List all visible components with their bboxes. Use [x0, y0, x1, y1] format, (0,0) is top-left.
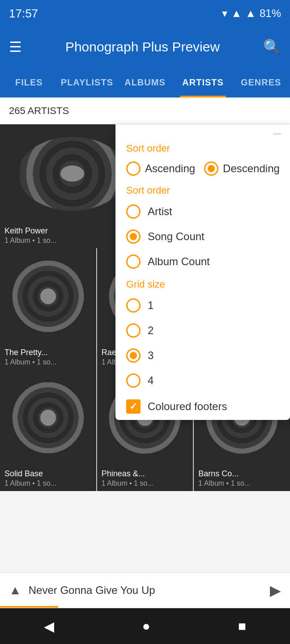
- grid-2-row[interactable]: 2: [115, 318, 290, 343]
- vinyl-center: [40, 288, 56, 304]
- song-count-radio[interactable]: [126, 229, 141, 244]
- tab-artists[interactable]: ARTISTS: [174, 67, 232, 97]
- sort-order-field-label: Sort order: [115, 180, 290, 199]
- grid-1-radio[interactable]: [126, 298, 141, 313]
- signal-icon: ▲: [231, 7, 242, 20]
- artist-footer: Solid Base 1 Album • 1 so...: [0, 466, 96, 491]
- album-count-radio[interactable]: [126, 254, 141, 269]
- sort-order-direction-label: Sort order: [115, 138, 290, 157]
- artist-meta: 1 Album • 1 so...: [198, 479, 286, 487]
- artist-name: Phineas &...: [102, 469, 189, 479]
- artists-count-bar: 265 ARTISTS: [0, 97, 290, 124]
- sort-direction-row: Ascending Descending: [115, 157, 290, 180]
- dropdown-close: —: [115, 124, 290, 138]
- artist-footer: Phineas &... 1 Album • 1 so...: [97, 466, 193, 491]
- tab-albums[interactable]: ALBUMS: [116, 67, 174, 97]
- app-bar: ☰ Phonograph Plus Preview 🔍: [0, 27, 290, 67]
- artist-meta: 1 Album • 1 so...: [4, 358, 92, 366]
- ascending-option[interactable]: Ascending: [126, 161, 195, 176]
- tab-playlists[interactable]: PLAYLISTS: [58, 67, 116, 97]
- artist-meta: 1 Album • 1 so...: [102, 479, 189, 487]
- grid-2-radio[interactable]: [126, 323, 141, 338]
- album-count-label: Album Count: [148, 255, 210, 268]
- tab-genres[interactable]: GENRES: [232, 67, 290, 97]
- ascending-label: Ascending: [145, 162, 195, 175]
- progress-bar: [0, 606, 58, 608]
- artist-name: The Pretty...: [4, 348, 92, 357]
- sort-dropdown: — Sort order Ascending Descending Sort o…: [115, 124, 290, 420]
- play-button[interactable]: ▶: [270, 582, 281, 599]
- now-playing-bar[interactable]: ▲ Never Gonna Give You Up ▶: [0, 572, 290, 608]
- artist-footer: Barns Co... 1 Album • 1 so...: [194, 466, 290, 491]
- battery-icon: ▲: [245, 7, 256, 20]
- grid-4-row[interactable]: 4: [115, 368, 290, 393]
- search-icon[interactable]: 🔍: [263, 38, 281, 55]
- grid-4-label: 4: [148, 374, 154, 387]
- artist-label: Artist: [148, 205, 172, 218]
- tab-files[interactable]: FILES: [0, 67, 58, 97]
- artist-radio[interactable]: [126, 204, 141, 219]
- artist-footer: The Pretty... 1 Album • 1 so...: [0, 344, 96, 370]
- recent-button[interactable]: ■: [238, 619, 246, 634]
- artist-meta: 1 Album • 1 so...: [4, 479, 92, 487]
- grid-1-row[interactable]: 1: [115, 293, 290, 318]
- grid-area: Keith Power 1 Album • 1 so... Sh... 1 A.…: [0, 124, 290, 491]
- sort-song-count-row[interactable]: Song Count: [115, 224, 290, 249]
- coloured-footers-row[interactable]: ✓ Coloured footers: [115, 393, 290, 420]
- descending-label: Descending: [223, 162, 280, 175]
- artist-image: [0, 370, 96, 466]
- sort-album-count-row[interactable]: Album Count: [115, 249, 290, 274]
- artist-image: [0, 248, 96, 344]
- status-icons: ▾ ▲ ▲ 81%: [222, 7, 281, 20]
- grid-3-label: 3: [148, 349, 154, 362]
- coloured-footers-label: Coloured footers: [148, 400, 227, 413]
- app-title: Phonograph Plus Preview: [31, 39, 254, 55]
- back-button[interactable]: ◀: [44, 619, 54, 634]
- vinyl-icon: [12, 382, 84, 454]
- descending-radio[interactable]: [204, 161, 218, 176]
- artist-name: Solid Base: [4, 469, 92, 479]
- battery-percent: 81%: [260, 7, 281, 20]
- wifi-icon: ▾: [222, 7, 227, 20]
- grid-4-radio[interactable]: [126, 373, 141, 388]
- grid-3-row[interactable]: 3: [115, 343, 290, 368]
- grid-2-label: 2: [148, 324, 154, 337]
- vinyl-icon: [12, 260, 84, 332]
- status-bar: 17:57 ▾ ▲ ▲ 81%: [0, 0, 290, 27]
- status-time: 17:57: [9, 7, 38, 21]
- checkmark-icon: ✓: [129, 401, 137, 412]
- vinyl-icon: [18, 137, 126, 211]
- menu-icon[interactable]: ☰: [9, 38, 22, 55]
- list-item[interactable]: Solid Base 1 Album • 1 so...: [0, 370, 96, 491]
- descending-option[interactable]: Descending: [204, 161, 280, 176]
- grid-1-label: 1: [148, 299, 154, 312]
- home-button[interactable]: ●: [142, 619, 150, 634]
- grid-size-label: Grid size: [115, 274, 290, 293]
- now-playing-title: Never Gonna Give You Up: [29, 584, 270, 597]
- sort-artist-row[interactable]: Artist: [115, 199, 290, 224]
- vinyl-center: [40, 410, 56, 425]
- tab-bar: FILES PLAYLISTS ALBUMS ARTISTS GENRES: [0, 67, 290, 97]
- nav-bar: ◀ ● ■: [0, 608, 290, 644]
- grid-3-radio[interactable]: [126, 348, 141, 363]
- ascending-radio[interactable]: [126, 161, 141, 176]
- expand-icon[interactable]: ▲: [9, 583, 21, 597]
- song-count-label: Song Count: [148, 230, 205, 243]
- coloured-footers-checkbox[interactable]: ✓: [126, 399, 141, 414]
- artist-name: Barns Co...: [198, 469, 286, 479]
- artists-count: 265 ARTISTS: [9, 105, 69, 117]
- vinyl-center: [60, 165, 84, 182]
- list-item[interactable]: The Pretty... 1 Album • 1 so...: [0, 248, 96, 370]
